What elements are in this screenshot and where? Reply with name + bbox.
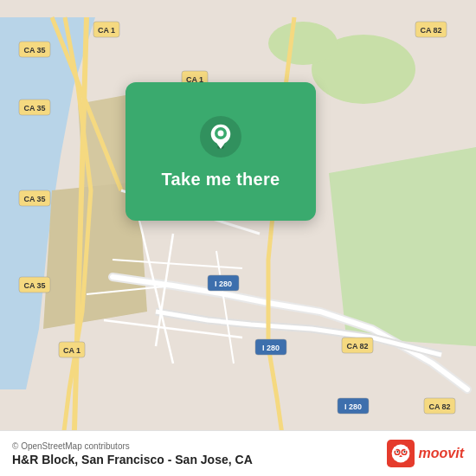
svg-point-51 <box>218 130 224 136</box>
location-pin-icon <box>198 114 243 159</box>
bottom-bar: © OpenStreetMap contributors H&R Block, … <box>0 430 476 476</box>
svg-text:CA 82: CA 82 <box>420 26 441 35</box>
svg-text:CA 82: CA 82 <box>346 342 368 351</box>
svg-text:CA 1: CA 1 <box>63 346 80 355</box>
location-label: H&R Block, San Francisco - San Jose, CA <box>12 453 253 466</box>
map-container: CA 35 CA 35 CA 35 CA 35 CA 1 CA 1 CA 1 C… <box>0 0 476 476</box>
svg-text:CA 35: CA 35 <box>23 46 45 55</box>
svg-text:CA 35: CA 35 <box>23 104 45 113</box>
svg-text:I 280: I 280 <box>262 344 280 352</box>
svg-text:CA 1: CA 1 <box>98 26 115 35</box>
copyright-text: © OpenStreetMap contributors <box>12 441 253 451</box>
take-me-there-card[interactable]: Take me there <box>125 82 316 221</box>
bottom-left-info: © OpenStreetMap contributors H&R Block, … <box>12 441 253 466</box>
map-svg: CA 35 CA 35 CA 35 CA 35 CA 1 CA 1 CA 1 C… <box>0 0 476 476</box>
take-me-there-button[interactable]: Take me there <box>162 170 280 190</box>
svg-point-59 <box>403 451 405 453</box>
moovit-brand-text: moovit <box>419 446 464 461</box>
svg-point-58 <box>396 451 398 453</box>
moovit-owl-icon <box>387 440 415 467</box>
svg-text:I 280: I 280 <box>215 280 232 288</box>
svg-marker-7 <box>329 147 476 346</box>
svg-point-6 <box>268 22 338 65</box>
moovit-logo: moovit <box>387 440 464 467</box>
svg-text:CA 35: CA 35 <box>23 281 45 290</box>
svg-text:CA 82: CA 82 <box>428 402 450 411</box>
svg-text:I 280: I 280 <box>344 402 362 411</box>
svg-text:CA 35: CA 35 <box>23 195 45 203</box>
